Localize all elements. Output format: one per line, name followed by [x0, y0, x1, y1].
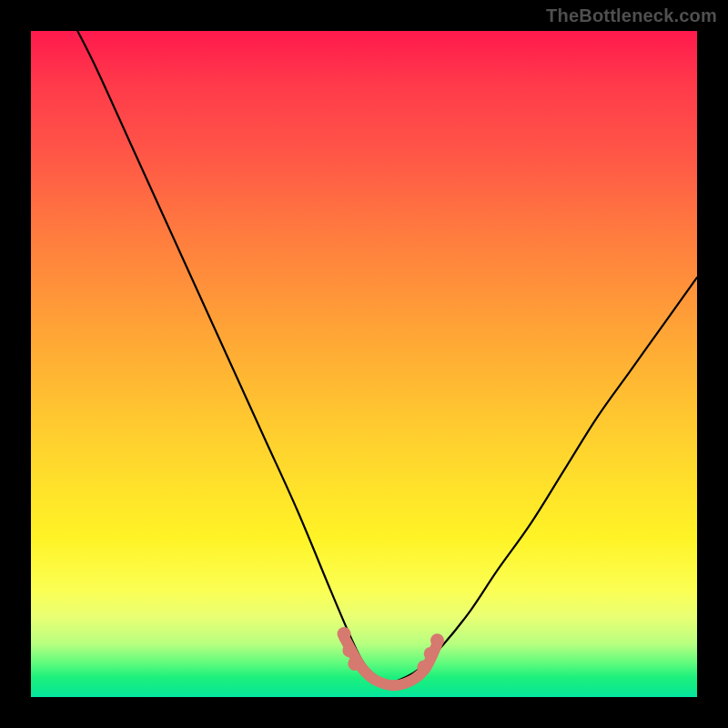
trough-highlight-dot	[348, 657, 361, 671]
attribution-text: TheBottleneck.com	[546, 5, 717, 26]
chart-frame: TheBottleneck.com	[0, 0, 728, 728]
trough-highlight-dot	[338, 627, 351, 641]
left-curve	[77, 31, 390, 683]
trough-highlight-dot	[417, 661, 430, 674]
trough-highlight-dots	[338, 627, 444, 674]
trough-highlight-dot	[424, 647, 438, 661]
trough-highlight-dot	[430, 633, 444, 647]
plot-area	[31, 31, 697, 697]
chart-svg	[31, 31, 697, 697]
right-curve	[390, 278, 697, 684]
trough-highlight-dot	[342, 643, 356, 657]
